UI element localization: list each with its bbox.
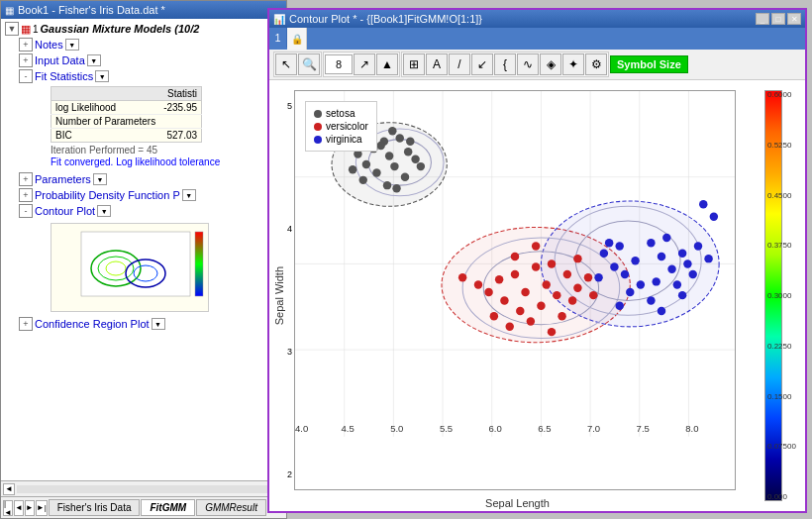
arrow-draw[interactable]: ↙	[471, 53, 493, 75]
scale-0: 0.000	[767, 492, 796, 501]
scroll-left[interactable]: ◄	[3, 483, 15, 495]
contour-expander[interactable]: -	[19, 204, 33, 218]
pdf-dropdown[interactable]: ▼	[182, 189, 196, 201]
select-tool[interactable]: ⊞	[403, 53, 425, 75]
region-tool[interactable]: ◈	[540, 53, 561, 75]
tab-fitgmm[interactable]: FitGMM	[141, 499, 195, 516]
close-btn[interactable]: ✕	[787, 13, 801, 25]
arrow-tool[interactable]: ↗	[354, 53, 375, 75]
svg-point-93	[658, 307, 665, 315]
size-input[interactable]	[325, 54, 353, 74]
contour-label: Contour Plot	[35, 205, 95, 217]
svg-point-98	[710, 213, 718, 221]
log-likelihood-row: log Likelihood -235.95	[51, 101, 202, 115]
svg-point-99	[699, 200, 707, 208]
svg-point-50	[521, 288, 529, 296]
svg-point-77	[647, 239, 655, 247]
pdf-node[interactable]: + Probability Density Function P ▼	[19, 187, 284, 203]
svg-point-85	[662, 234, 670, 242]
cursor-btn[interactable]: ↖	[275, 53, 297, 75]
y-tick-3: 3	[267, 347, 292, 357]
zoom-btn[interactable]: 🔍	[298, 53, 320, 75]
contour-titlebar: 📊 Contour Plot * - {[Book1]FitGMM!O[1:1]…	[269, 10, 805, 28]
svg-point-75	[615, 242, 623, 250]
fit-expander[interactable]: -	[19, 69, 33, 83]
scale-0.225: 0.2250	[767, 342, 796, 351]
color-scale: 0.6000 0.5250 0.4500 0.3750 0.3000 0.225…	[746, 80, 800, 511]
svg-rect-7	[195, 232, 203, 296]
svg-point-73	[505, 323, 513, 331]
svg-text:7.5: 7.5	[637, 423, 650, 434]
svg-point-63	[474, 280, 482, 288]
svg-point-74	[600, 250, 608, 258]
confidence-node[interactable]: + Confidence Region Plot ▼	[19, 316, 284, 332]
root-label: Gaussian Mixture Models (10/2	[41, 23, 200, 35]
svg-point-54	[500, 296, 508, 304]
svg-point-61	[573, 284, 581, 292]
settings-btn[interactable]: ⚙	[585, 53, 607, 75]
stamp-tool[interactable]: ✦	[562, 53, 584, 75]
contour-dropdown[interactable]: ▼	[97, 205, 111, 217]
stats-table: Statisti log Likelihood -235.95 Number o…	[51, 86, 202, 143]
confidence-expander[interactable]: +	[19, 317, 33, 331]
contour-node[interactable]: - Contour Plot ▼ ➜	[19, 203, 284, 219]
curve-tool[interactable]: ∿	[517, 53, 539, 75]
tab-first[interactable]: |◄	[3, 500, 13, 516]
tab-gmmresult[interactable]: GMMResult	[196, 499, 266, 516]
root-node[interactable]: ▼ ▦ 1 Gaussian Mixture Models (10/2	[5, 21, 284, 37]
svg-point-94	[694, 242, 702, 250]
bic-row: BIC 527.03	[51, 129, 202, 143]
svg-point-71	[589, 291, 597, 299]
num-params-label: Number of Parameters	[51, 115, 160, 129]
svg-point-34	[390, 162, 398, 170]
chart-area[interactable]: 5 4 3 2	[294, 90, 736, 490]
input-data-node[interactable]: + Input Data ▼	[19, 52, 284, 68]
fit-stats-node[interactable]: - Fit Statistics ▼	[19, 68, 284, 84]
tab-fisher[interactable]: Fisher's Iris Data	[49, 499, 141, 516]
contour-thumbnail[interactable]	[51, 223, 209, 312]
svg-point-52	[542, 280, 550, 288]
pdf-expander[interactable]: +	[19, 188, 33, 202]
params-dropdown[interactable]: ▼	[93, 173, 107, 185]
notes-node[interactable]: + Notes ▼	[19, 37, 284, 52]
fit-dropdown[interactable]: ▼	[95, 70, 109, 82]
confidence-dropdown[interactable]: ▼	[152, 318, 165, 330]
input-dropdown[interactable]: ▼	[87, 54, 101, 66]
svg-text:6.5: 6.5	[538, 423, 551, 434]
svg-point-67	[490, 312, 498, 320]
y-ticks: 5 4 3 2	[267, 91, 292, 489]
line-tool[interactable]: /	[449, 53, 470, 75]
input-expander[interactable]: +	[19, 53, 33, 67]
tab-prev[interactable]: ◄	[14, 500, 24, 516]
minimize-btn[interactable]: _	[756, 13, 769, 25]
params-expander[interactable]: +	[19, 172, 33, 186]
pointer-tool[interactable]: ▲	[376, 53, 398, 75]
svg-point-96	[678, 291, 686, 299]
svg-point-33	[372, 168, 380, 176]
svg-point-72	[532, 242, 540, 250]
text-tool[interactable]: A	[426, 53, 448, 75]
svg-point-49	[511, 270, 519, 278]
confidence-label: Confidence Region Plot	[35, 318, 150, 330]
notes-expander[interactable]: +	[19, 38, 33, 52]
scale-0.075: 0.07500	[767, 442, 796, 451]
parameters-node[interactable]: + Parameters ▼	[19, 171, 284, 187]
svg-point-46	[392, 184, 400, 192]
svg-point-90	[647, 296, 655, 304]
bracket-tool[interactable]: {	[494, 53, 516, 75]
svg-point-82	[652, 277, 660, 285]
root-expander[interactable]: ▼	[5, 22, 19, 36]
legend-setosa: setosa	[314, 108, 368, 119]
svg-point-89	[673, 280, 681, 288]
y-tick-5: 5	[267, 101, 292, 111]
maximize-btn[interactable]: □	[771, 13, 785, 25]
notes-dropdown[interactable]: ▼	[65, 39, 79, 51]
tab-next[interactable]: ►	[25, 500, 35, 516]
svg-point-35	[404, 148, 412, 156]
h-scrollbar[interactable]: ◄ ►	[1, 480, 286, 496]
tab-last[interactable]: ►|	[36, 500, 48, 516]
window-controls: _ □ ✕	[756, 13, 801, 25]
svg-point-66	[584, 273, 592, 281]
svg-point-31	[395, 134, 403, 142]
svg-point-92	[605, 239, 613, 247]
